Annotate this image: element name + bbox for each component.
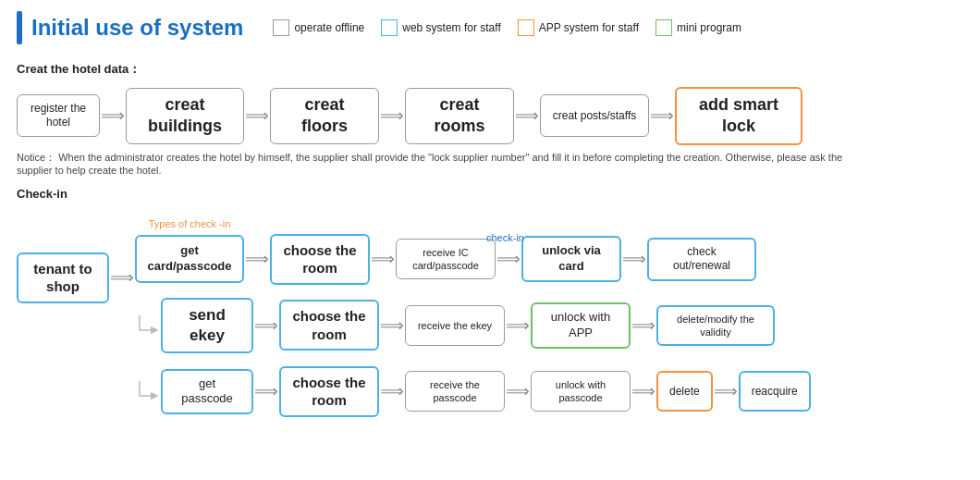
branch-2-step-1: send ekey — [161, 298, 253, 353]
first-node-area: tenant to shop ⟹ — [17, 252, 135, 303]
legend-label-app: APP system for staff — [539, 21, 639, 34]
legend-label-web: web system for staff — [402, 21, 500, 34]
legend: operate offline web system for staff APP… — [273, 19, 741, 36]
hotel-flow-row: register the hotel ⟹ creat buildings ⟹ c… — [17, 87, 963, 145]
branches-area: Types of check -in get card/passcode ⟹ c… — [135, 210, 811, 417]
diag-arrow-3 — [135, 379, 161, 403]
branch-3-step-1: get passcode — [161, 369, 253, 415]
branch-3: get passcode ⟹ choose the room ⟹ receive… — [135, 366, 811, 417]
arrow-4: ⟹ — [514, 105, 540, 126]
diag-arrow-2 — [135, 314, 161, 338]
step-creat-buildings: creat buildings — [126, 88, 244, 144]
legend-item-web: web system for staff — [381, 19, 500, 36]
branch-1-label-container: Types of check -in get card/passcode — [135, 235, 244, 283]
step-add-smart-lock: add smart lock — [675, 87, 802, 145]
checkin-label: check-in — [486, 232, 524, 243]
step-creat-floors: creat floors — [270, 88, 379, 144]
checkin-section-title: Check-in — [17, 187, 963, 201]
arrow-to-branches: ⟹ — [109, 267, 135, 288]
arrow-b1-2: ⟹ — [370, 249, 396, 269]
types-label: Types of check -in — [149, 218, 231, 229]
arrow-b3-5: ⟹ — [713, 381, 739, 401]
arrow-b3-2: ⟹ — [379, 381, 405, 401]
page-header: Initial use of system operate offline we… — [17, 11, 963, 44]
hotel-notice: Notice： When the administrator creates t… — [17, 151, 867, 176]
legend-box-web — [381, 19, 398, 36]
branch-1-step-5: check out/renewal — [647, 238, 756, 281]
arrow-b1-1: ⟹ — [244, 249, 270, 269]
arrow-b1-3: check-in ⟹ — [496, 249, 521, 269]
checkin-area: tenant to shop ⟹ Types of check -in get … — [17, 210, 963, 417]
branch-1-step-3: receive IC card/passcode — [396, 239, 496, 279]
branch-1-step-2: choose the room — [270, 234, 370, 285]
step-creat-posts: creat posts/staffs — [540, 94, 649, 137]
node-tenant-to-shop: tenant to shop — [17, 252, 109, 303]
page-title: Initial use of system — [31, 15, 243, 41]
arrow-3: ⟹ — [379, 105, 405, 126]
branch-2-step-2: choose the room — [279, 300, 379, 351]
arrow-5: ⟹ — [649, 105, 675, 126]
branch-1: Types of check -in get card/passcode ⟹ c… — [135, 234, 811, 285]
arrow-b2-3: ⟹ — [505, 315, 531, 336]
branch-2-step-5: delete/modify the validity — [656, 305, 775, 347]
header-accent-bar — [17, 11, 22, 44]
arrow-b3-4: ⟹ — [631, 381, 656, 401]
arrow-b3-3: ⟹ — [505, 381, 531, 401]
arrow-1: ⟹ — [100, 105, 126, 126]
branch-3-step-6: reacquire — [739, 371, 811, 412]
branch-3-step-5: delete — [656, 371, 713, 412]
branch-2-step-3: receive the ekey — [405, 305, 505, 346]
legend-item-offline: operate offline — [273, 19, 364, 36]
arrow-2: ⟹ — [244, 105, 270, 126]
step-creat-rooms: creat rooms — [405, 88, 514, 144]
legend-box-offline — [273, 19, 289, 36]
arrow-b2-1: ⟹ — [253, 315, 279, 336]
branch-1-step-4: unlock via card — [521, 236, 621, 282]
legend-item-mini: mini program — [655, 19, 741, 36]
step-register-hotel: register the hotel — [17, 94, 100, 137]
branch-2-step-4: unlock with APP — [531, 302, 631, 349]
branch-1-step-1: get card/passcode — [135, 235, 244, 283]
legend-box-mini — [655, 19, 672, 36]
arrow-b1-4: ⟹ — [621, 249, 647, 269]
legend-item-app: APP system for staff — [518, 19, 639, 36]
arrow-b2-4: ⟹ — [631, 315, 656, 336]
branch-3-step-4: unlock with passcode — [531, 371, 631, 412]
arrow-b3-1: ⟹ — [253, 381, 279, 401]
legend-label-mini: mini program — [677, 21, 741, 34]
branch-3-step-3: receive the passcode — [405, 371, 505, 412]
legend-label-offline: operate offline — [294, 21, 364, 34]
branch-2: send ekey ⟹ choose the room ⟹ receive th… — [135, 298, 811, 353]
arrow-b2-2: ⟹ — [379, 315, 405, 336]
branch-3-step-2: choose the room — [279, 366, 379, 417]
hotel-section-title: Creat the hotel data： — [17, 61, 963, 78]
legend-box-app — [518, 19, 534, 36]
